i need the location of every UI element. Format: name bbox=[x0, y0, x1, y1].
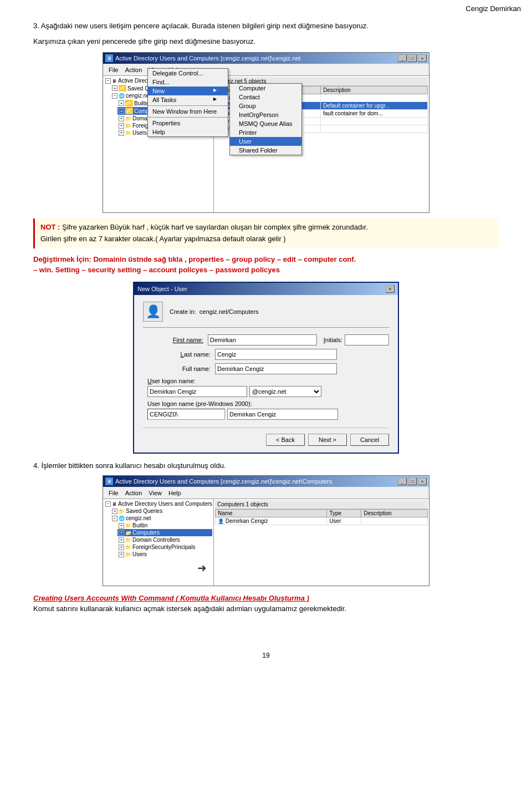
page-header: Cengiz Demirkan bbox=[0, 0, 532, 15]
ctx-properties[interactable]: Properties bbox=[148, 119, 228, 128]
ad2-expand-builtin[interactable]: + bbox=[119, 523, 124, 528]
creating-users-link[interactable]: Creating Users Accounts With Command ( K… bbox=[33, 594, 309, 602]
logon-name-label: User logon name: bbox=[147, 378, 196, 384]
expand-fsp[interactable]: + bbox=[119, 123, 124, 129]
step3-text2: Karşımıza çıkan yeni pencerede şifre gir… bbox=[33, 36, 499, 47]
expand-root[interactable]: − bbox=[105, 78, 111, 84]
ad2-right-panel: Computers 1 objects Name Type Descriptio… bbox=[214, 499, 429, 586]
ad2-tree-saved[interactable]: + 📁 Saved Queries bbox=[111, 507, 212, 515]
first-name-row: First name: Initials: bbox=[143, 334, 389, 345]
ad2-tree-label-dc: Domain Controllers bbox=[132, 537, 180, 543]
ad1-menu-action[interactable]: Action bbox=[122, 67, 146, 73]
ad2-menu-view[interactable]: View bbox=[145, 490, 165, 496]
sub-ctx-user[interactable]: User bbox=[230, 137, 301, 146]
close-btn[interactable]: × bbox=[418, 54, 427, 62]
ad1-titlebar: 🖥 Active Directory Users and Computers [… bbox=[103, 53, 429, 64]
ad2-tree-fsp[interactable]: + 📁 ForeignSecurityPrincipals bbox=[117, 543, 212, 551]
expand-builtin[interactable]: + bbox=[119, 100, 124, 106]
ad2-menu-help[interactable]: Help bbox=[165, 490, 185, 496]
dialog-title: New Object - User bbox=[137, 286, 187, 292]
note-text2: Girilen şifre en az 7 karakter olacak.( … bbox=[40, 235, 286, 243]
expand-saved[interactable]: + bbox=[112, 85, 117, 91]
pre2000-user-input[interactable] bbox=[227, 409, 338, 420]
ad2-tree-cengiz[interactable]: − 🌐 cengiz.net bbox=[111, 515, 212, 522]
first-name-input[interactable] bbox=[208, 334, 317, 345]
pre2000-row bbox=[147, 409, 389, 420]
back-button[interactable]: < Back bbox=[266, 434, 305, 446]
ctx-alltasks[interactable]: All Tasks bbox=[148, 95, 228, 104]
row-desc bbox=[320, 118, 427, 125]
ad2-expand-saved[interactable]: + bbox=[112, 509, 117, 514]
row-desc: Default container for upgr... bbox=[320, 102, 427, 110]
ad2-col-desc[interactable]: Description bbox=[361, 510, 428, 517]
folder-icon-builtin: 📁 bbox=[125, 100, 133, 106]
sub-ctx-msmq[interactable]: MSMQ Queue Alias bbox=[230, 119, 301, 128]
ad2-minimize-btn[interactable]: _ bbox=[398, 477, 407, 485]
col-desc[interactable]: Description bbox=[320, 87, 427, 94]
minimize-btn[interactable]: _ bbox=[398, 54, 407, 62]
expand-dc[interactable]: + bbox=[119, 116, 124, 121]
ad2-titlebar: 🖥 Active Directory Users and Computers [… bbox=[103, 476, 429, 487]
ad2-expand-computers[interactable]: + bbox=[119, 530, 124, 536]
ad2-maximize-btn[interactable]: □ bbox=[408, 477, 417, 485]
footer-link: Creating Users Accounts With Command ( K… bbox=[33, 594, 499, 602]
ad2-tree-users[interactable]: + 📁 Users bbox=[117, 551, 212, 558]
ad2-tree-builtin[interactable]: + 📁 Builtin bbox=[117, 522, 212, 529]
ad-screenshot1: 🖥 Active Directory Users and Computers [… bbox=[103, 52, 429, 213]
ad2-tree-dc[interactable]: + 📁 Domain Controllers bbox=[117, 536, 212, 543]
ad2-expand-root[interactable]: − bbox=[105, 501, 111, 507]
ad2-close-btn[interactable]: × bbox=[418, 477, 427, 485]
next-button[interactable]: Next > bbox=[308, 434, 347, 446]
ad2-tree-root[interactable]: − 🖥 Active Directory Users and Computers bbox=[104, 500, 212, 507]
sub-ctx-contact[interactable]: Contact bbox=[230, 93, 301, 101]
expand-cengiz[interactable]: − bbox=[112, 93, 117, 99]
change-text1: Domainin üstnde sağ tıkla , properties –… bbox=[93, 255, 356, 263]
ad1-body: − 🖥 Active Directory Users and Computers… bbox=[103, 76, 429, 212]
logon-name-input[interactable] bbox=[147, 386, 247, 397]
ad2-table-row[interactable]: 👤 Demirkan Cengiz User bbox=[216, 517, 428, 525]
maximize-btn[interactable]: □ bbox=[408, 54, 417, 62]
ad2-row-type: User bbox=[327, 517, 361, 525]
dialog-close-btn[interactable]: × bbox=[386, 285, 395, 293]
sub-ctx-sharedfolder[interactable]: Shared Folder bbox=[230, 146, 301, 155]
folder-icon-saved: 📁 bbox=[119, 85, 126, 92]
full-name-label: Full name: bbox=[143, 365, 215, 372]
ad2-col-name[interactable]: Name bbox=[216, 510, 327, 517]
ad2-expand-fsp[interactable]: + bbox=[119, 545, 124, 550]
ad2-menu-action[interactable]: Action bbox=[122, 490, 146, 496]
footer-sub-text: Komut satırını kullanarak kullanıcı açma… bbox=[33, 604, 499, 613]
ad2-body: − 🖥 Active Directory Users and Computers… bbox=[103, 499, 429, 586]
ctx-help[interactable]: Help bbox=[148, 128, 228, 136]
ad2-expand-users[interactable]: + bbox=[119, 552, 124, 557]
ctx-newwindow[interactable]: New Window from Here bbox=[148, 107, 228, 116]
ad1-titlebar-icon: 🖥 bbox=[105, 54, 113, 62]
ctx-delegate[interactable]: Delegate Control... bbox=[148, 69, 228, 78]
ctx-new[interactable]: New bbox=[148, 87, 228, 95]
pre2000-domain-input[interactable] bbox=[147, 409, 225, 420]
ad1-menu-file[interactable]: File bbox=[105, 67, 122, 73]
ad2-expand-dc[interactable]: + bbox=[119, 537, 124, 543]
ctx-find[interactable]: Find... bbox=[148, 78, 228, 87]
ad-screenshot1-wrapper: 🖥 Active Directory Users and Computers [… bbox=[33, 52, 499, 213]
sub-ctx-computer[interactable]: Computer bbox=[230, 84, 301, 93]
arrow-annotation: ➜ bbox=[197, 561, 207, 575]
last-name-input[interactable] bbox=[215, 349, 337, 360]
ad2-titlebar-icon: 🖥 bbox=[105, 477, 113, 485]
logon-name-label-row: User logon name: bbox=[147, 378, 389, 384]
ad2-toolbar: File Action View Help bbox=[103, 487, 429, 499]
ad2-menu-file[interactable]: File bbox=[105, 490, 122, 496]
sub-ctx-inetorg[interactable]: InetOrgPerson bbox=[230, 110, 301, 119]
ad2-col-type[interactable]: Type bbox=[327, 510, 361, 517]
dialog-buttons: < Back Next > Cancel bbox=[143, 428, 389, 446]
ad2-expand-cengiz[interactable]: − bbox=[112, 516, 117, 521]
sub-ctx-printer[interactable]: Printer bbox=[230, 128, 301, 137]
expand-computers[interactable]: + bbox=[119, 108, 124, 114]
cancel-button[interactable]: Cancel bbox=[350, 434, 389, 446]
tree-label-users: Users bbox=[132, 130, 147, 136]
domain-select[interactable]: @cengiz.net bbox=[249, 386, 321, 397]
ad2-tree-computers[interactable]: + 📁 Computers bbox=[117, 529, 212, 536]
expand-users[interactable]: + bbox=[119, 130, 124, 136]
initials-input[interactable] bbox=[345, 334, 389, 345]
full-name-input[interactable] bbox=[215, 363, 337, 374]
sub-ctx-group[interactable]: Group bbox=[230, 101, 301, 110]
